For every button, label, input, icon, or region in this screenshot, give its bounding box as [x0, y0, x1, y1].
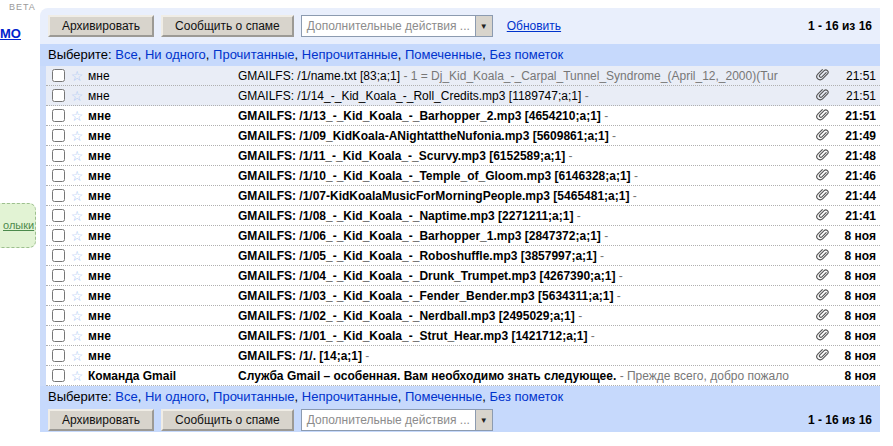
select-option-link[interactable]: Непрочитанные — [302, 389, 398, 404]
message-row[interactable]: ☆ мне GMAILFS: /1/11_-_Kid_Koala_-_Scurv… — [46, 146, 880, 166]
message-subject-cell: GMAILFS: /1/. [14;a;1] - — [238, 349, 816, 363]
star-icon[interactable]: ☆ — [68, 189, 86, 203]
star-icon[interactable]: ☆ — [68, 289, 86, 303]
star-icon[interactable]: ☆ — [68, 249, 86, 263]
paperclip-icon — [816, 129, 832, 143]
message-date: 21:46 — [832, 169, 880, 183]
message-row[interactable]: ☆ мне GMAILFS: /1/03_-_Kid_Koala_-_Fende… — [46, 286, 880, 306]
star-icon[interactable]: ☆ — [68, 69, 86, 83]
message-sender: Команда Gmail — [86, 369, 238, 383]
message-subject: GMAILFS: /1/13_-_Kid_Koala_-_Barhopper_2… — [238, 109, 601, 123]
message-snippet: - — [615, 269, 622, 283]
message-checkbox[interactable] — [52, 329, 65, 342]
message-row[interactable]: ☆ Команда Gmail Служба Gmail – особенная… — [46, 366, 880, 386]
message-date: 21:51 — [832, 89, 880, 103]
message-snippet: - — [613, 289, 620, 303]
message-row[interactable]: ☆ мне GMAILFS: /1/09_KidKoala-ANightatth… — [46, 126, 880, 146]
message-snippet: - — [575, 309, 582, 323]
message-checkbox[interactable] — [52, 129, 65, 142]
compose-link-partial[interactable]: МО — [0, 26, 21, 41]
star-icon[interactable]: ☆ — [68, 129, 86, 143]
message-subject: GMAILFS: /1/. [14;a;1] — [238, 349, 362, 363]
message-row[interactable]: ☆ мне GMAILFS: /1/05_-_Kid_Koala_-_Robos… — [46, 246, 880, 266]
star-icon[interactable]: ☆ — [68, 209, 86, 223]
select-option-link[interactable]: Прочитанные — [213, 47, 295, 62]
message-date: 8 ноя — [832, 329, 880, 343]
message-snippet: - — [629, 189, 636, 203]
select-option-link[interactable]: Помеченные — [405, 47, 482, 62]
select-option-link[interactable]: Без пометок — [489, 389, 563, 404]
message-checkbox[interactable] — [52, 269, 65, 282]
message-checkbox[interactable] — [52, 229, 65, 242]
select-option-link[interactable]: Ни одного — [145, 47, 206, 62]
message-sender: мне — [86, 149, 238, 163]
message-checkbox[interactable] — [52, 249, 65, 262]
message-sender: мне — [86, 189, 238, 203]
message-date: 8 ноя — [832, 289, 880, 303]
star-icon[interactable]: ☆ — [68, 149, 86, 163]
star-icon[interactable]: ☆ — [68, 89, 86, 103]
message-checkbox[interactable] — [52, 349, 65, 362]
more-actions-select[interactable]: Дополнительные действия ... ▼ — [301, 409, 493, 431]
message-checkbox[interactable] — [52, 149, 65, 162]
archive-button[interactable]: Архивировать — [48, 409, 154, 431]
toolbar-bottom: Архивировать Сообщить о спаме Дополнител… — [40, 408, 880, 432]
message-row[interactable]: ☆ мне GMAILFS: /1/13_-_Kid_Koala_-_Barho… — [46, 106, 880, 126]
message-row[interactable]: ☆ мне GMAILFS: /1/14_-_Kid_Koala_-_Roll_… — [46, 86, 880, 106]
message-checkbox[interactable] — [52, 209, 65, 222]
refresh-link[interactable]: Обновить — [507, 19, 561, 33]
message-row[interactable]: ☆ мне GMAILFS: /1/07-KidKoalaMusicForMor… — [46, 186, 880, 206]
message-row[interactable]: ☆ мне GMAILFS: /1/02_-_Kid_Koala_-_Nerdb… — [46, 306, 880, 326]
labels-link-partial[interactable]: олыки — [3, 219, 34, 231]
message-checkbox[interactable] — [52, 169, 65, 182]
message-row[interactable]: ☆ мне GMAILFS: /1/06_-_Kid_Koala_-_Barho… — [46, 226, 880, 246]
message-date: 8 ноя — [832, 349, 880, 363]
star-icon[interactable]: ☆ — [68, 169, 86, 183]
message-checkbox[interactable] — [52, 369, 65, 382]
message-row[interactable]: ☆ мне GMAILFS: /1/. [14;a;1] - 8 ноя — [46, 346, 880, 366]
chevron-down-icon: ▼ — [475, 16, 492, 36]
message-checkbox[interactable] — [52, 309, 65, 322]
more-actions-select[interactable]: Дополнительные действия ... ▼ — [301, 15, 493, 37]
message-subject-cell: GMAILFS: /1/10_-_Kid_Koala_-_Temple_of_G… — [238, 169, 816, 183]
star-icon[interactable]: ☆ — [68, 369, 86, 383]
beta-label: BETA — [9, 2, 36, 12]
message-subject-cell: GMAILFS: /1/02_-_Kid_Koala_-_Nerdball.mp… — [238, 309, 816, 323]
select-option-link[interactable]: Непрочитанные — [302, 47, 398, 62]
select-option-link[interactable]: Помеченные — [405, 389, 482, 404]
star-icon[interactable]: ☆ — [68, 229, 86, 243]
report-spam-button[interactable]: Сообщить о спаме — [161, 409, 294, 431]
star-icon[interactable]: ☆ — [68, 329, 86, 343]
star-icon[interactable]: ☆ — [68, 109, 86, 123]
message-checkbox[interactable] — [52, 89, 65, 102]
select-option-link[interactable]: Все — [115, 47, 137, 62]
message-date: 21:51 — [832, 109, 880, 123]
message-subject-cell: GMAILFS: /1/14_-_Kid_Koala_-_Roll_Credit… — [238, 89, 816, 103]
select-option-link[interactable]: Прочитанные — [213, 389, 295, 404]
message-date: 21:49 — [832, 129, 880, 143]
select-option-link[interactable]: Все — [115, 389, 137, 404]
star-icon[interactable]: ☆ — [68, 349, 86, 363]
message-checkbox[interactable] — [52, 109, 65, 122]
star-icon[interactable]: ☆ — [68, 309, 86, 323]
star-icon[interactable]: ☆ — [68, 269, 86, 283]
message-row[interactable]: ☆ мне GMAILFS: /1/04_-_Kid_Koala_-_Drunk… — [46, 266, 880, 286]
archive-button[interactable]: Архивировать — [48, 15, 154, 37]
message-row[interactable]: ☆ мне GMAILFS: /1/01_-_Kid_Koala_-_Strut… — [46, 326, 880, 346]
message-snippet: - 1 = Dj_Kid_Koala_-_Carpal_Tunnel_Syndr… — [400, 69, 778, 83]
message-sender: мне — [86, 249, 238, 263]
message-subject-cell: GMAILFS: /1/03_-_Kid_Koala_-_Fender_Bend… — [238, 289, 816, 303]
message-row[interactable]: ☆ мне GMAILFS: /1/08_-_Kid_Koala_-_Napti… — [46, 206, 880, 226]
message-subject: GMAILFS: /1/09_KidKoala-ANightattheNufon… — [238, 129, 609, 143]
message-checkbox[interactable] — [52, 289, 65, 302]
paperclip-icon — [816, 209, 832, 223]
paperclip-icon — [816, 269, 832, 283]
message-row[interactable]: ☆ мне GMAILFS: /1/name.txt [83;a;1] - 1 … — [46, 66, 880, 86]
message-date: 21:51 — [832, 69, 880, 83]
message-checkbox[interactable] — [52, 69, 65, 82]
message-row[interactable]: ☆ мне GMAILFS: /1/10_-_Kid_Koala_-_Templ… — [46, 166, 880, 186]
select-option-link[interactable]: Ни одного — [145, 389, 206, 404]
select-option-link[interactable]: Без пометок — [489, 47, 563, 62]
report-spam-button[interactable]: Сообщить о спаме — [161, 15, 294, 37]
message-checkbox[interactable] — [52, 189, 65, 202]
